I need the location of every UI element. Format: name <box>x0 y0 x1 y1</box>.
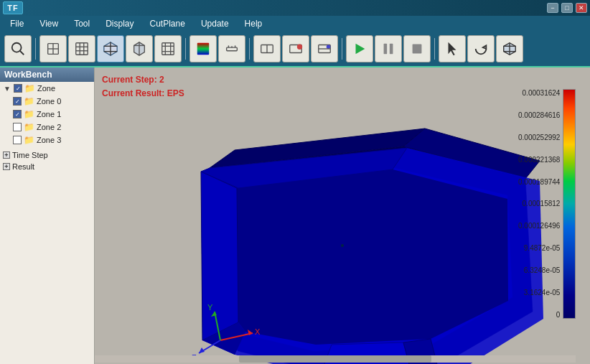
legend-val-10: 0 <box>518 311 560 319</box>
face-view-button[interactable] <box>39 35 67 62</box>
title-bar: TF − □ ✕ <box>0 0 590 16</box>
svg-rect-5 <box>76 43 88 55</box>
legend-val-8: 6.3248e-05 <box>518 266 560 274</box>
separator-1 <box>35 38 36 60</box>
zone-checkbox[interactable] <box>14 84 22 93</box>
pause-button[interactable] <box>375 35 402 62</box>
close-button[interactable]: ✕ <box>576 3 587 13</box>
zone0-checkbox[interactable] <box>13 97 22 106</box>
legend-val-6: 0.000126496 <box>518 222 560 230</box>
iso-view-button[interactable] <box>97 35 124 62</box>
stop-button[interactable] <box>403 35 431 62</box>
mesh-visualization: X Y Z <box>95 67 590 364</box>
zone-tree-item[interactable]: ▼ 📁 Zone <box>0 82 94 95</box>
legend-color-bar <box>563 89 576 319</box>
horizontal-scrollbar[interactable] <box>95 355 576 363</box>
time-step-expand[interactable]: + <box>3 151 10 159</box>
legend-val-0: 0.00031624 <box>518 89 560 97</box>
zone0-tree-item[interactable]: 📁 Zone 0 <box>10 95 94 108</box>
maximize-button[interactable]: □ <box>561 3 573 13</box>
zone0-label: Zone 0 <box>37 97 61 106</box>
info-text: Current Step: 2 Current Result: EPS <box>102 73 184 101</box>
separator-4 <box>342 38 342 60</box>
svg-point-30 <box>297 45 302 50</box>
svg-rect-37 <box>413 45 422 54</box>
minimize-button[interactable]: − <box>547 3 558 13</box>
menu-view[interactable]: View <box>32 17 65 30</box>
zone2-folder-icon: 📁 <box>24 122 34 132</box>
legend-labels: 0.00031624 0.000284616 0.000252992 0.000… <box>518 89 560 319</box>
svg-rect-36 <box>390 44 393 55</box>
rotate-button[interactable] <box>467 35 495 62</box>
measure-button[interactable] <box>218 35 245 62</box>
iso-box2-button[interactable] <box>496 35 523 62</box>
separator-2 <box>185 38 186 60</box>
title-bar-left: TF <box>3 1 27 14</box>
result-label: Result <box>12 162 34 171</box>
menu-file[interactable]: File <box>3 17 31 30</box>
svg-point-56 <box>341 244 344 247</box>
separator-3 <box>249 38 250 60</box>
box-view-button[interactable] <box>126 35 153 62</box>
zone1-checkbox[interactable] <box>13 110 22 118</box>
svg-marker-39 <box>483 45 487 49</box>
zone1-label: Zone 1 <box>37 110 61 118</box>
color-map-button[interactable] <box>189 35 217 62</box>
zone-label: Zone <box>37 84 55 93</box>
zone2-tree-item[interactable]: 📁 Zone 2 <box>10 121 94 134</box>
zone-expand-icon[interactable]: ▼ <box>3 84 11 93</box>
zone3-label: Zone 3 <box>37 136 61 144</box>
menu-bar: File View Tool Display CutPlane Update H… <box>0 16 590 32</box>
result-item[interactable]: + Result <box>0 161 94 172</box>
scrollbar-thumb[interactable] <box>239 355 431 363</box>
menu-cutplane[interactable]: CutPlane <box>143 17 192 30</box>
result-expand[interactable]: + <box>3 163 10 170</box>
separator-5 <box>434 38 435 60</box>
svg-text:X: X <box>255 327 261 336</box>
svg-rect-23 <box>227 47 238 51</box>
viewport[interactable]: Current Step: 2 Current Result: EPS <box>95 67 590 364</box>
zone0-folder-icon: 📁 <box>24 96 34 106</box>
zone3-tree-item[interactable]: 📁 Zone 3 <box>10 134 94 146</box>
zone-folder-icon: 📁 <box>24 83 35 93</box>
menu-help[interactable]: Help <box>238 17 270 30</box>
toolbar <box>0 32 590 67</box>
legend-val-7: 9.4872e-05 <box>518 244 560 252</box>
legend-val-2: 0.000252992 <box>518 134 560 141</box>
svg-point-0 <box>12 43 22 52</box>
current-step-label: Current Step: <box>102 75 157 85</box>
svg-marker-38 <box>449 42 456 55</box>
legend-val-1: 0.000284616 <box>518 111 560 119</box>
title-bar-right: − □ ✕ <box>547 3 587 13</box>
view-panel1-button[interactable] <box>253 35 281 62</box>
play-button[interactable] <box>346 35 373 62</box>
legend-val-9: 3.1624e-05 <box>518 289 560 297</box>
svg-rect-35 <box>384 44 388 55</box>
svg-marker-34 <box>356 44 365 55</box>
zone1-tree-item[interactable]: 📁 Zone 1 <box>10 108 94 121</box>
zone1-folder-icon: 📁 <box>24 109 34 119</box>
zone2-checkbox[interactable] <box>13 123 22 131</box>
menu-tool[interactable]: Tool <box>67 17 97 30</box>
zone3-checkbox[interactable] <box>13 136 22 144</box>
svg-marker-50 <box>237 169 508 345</box>
menu-display[interactable]: Display <box>98 17 141 30</box>
search-button[interactable] <box>4 35 32 62</box>
svg-line-1 <box>20 51 24 55</box>
svg-rect-17 <box>162 43 174 55</box>
current-result-line: Current Result: EPS <box>102 87 184 101</box>
wireframe-button[interactable] <box>68 35 95 62</box>
view-panel2-button[interactable] <box>282 35 309 62</box>
zone2-label: Zone 2 <box>37 123 61 131</box>
tf-logo: TF <box>3 1 23 14</box>
zone3-folder-icon: 📁 <box>24 135 34 145</box>
view-panel3-button[interactable] <box>311 35 338 62</box>
menu-update[interactable]: Update <box>194 17 236 30</box>
legend-val-4: 0.000189744 <box>518 178 560 186</box>
svg-point-32 <box>327 45 331 50</box>
svg-rect-22 <box>197 43 210 55</box>
cursor-button[interactable] <box>439 35 466 62</box>
fit-all-button[interactable] <box>154 35 182 62</box>
time-step-item[interactable]: + Time Step <box>0 149 94 161</box>
main-content: WorkBench ▼ 📁 Zone 📁 Zone 0 📁 Zone 1 📁 Z… <box>0 67 590 364</box>
